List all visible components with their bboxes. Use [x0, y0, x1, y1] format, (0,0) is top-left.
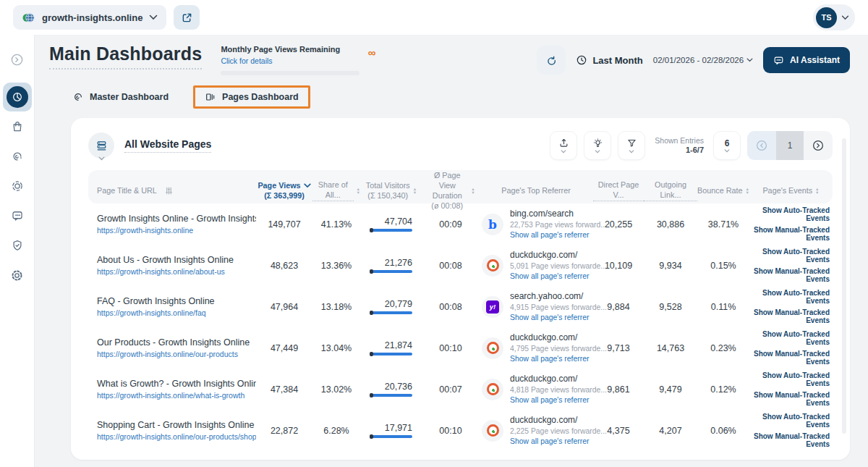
bounce-rate-value: 38.71% — [697, 219, 749, 230]
tab-pages-dashboard[interactable]: Pages Dashboard — [197, 87, 306, 107]
sidebar-item-behavior[interactable] — [3, 142, 32, 171]
bounce-rate-value: 0.15% — [697, 261, 749, 271]
sidebar-item-communication[interactable] — [3, 201, 32, 230]
show-all-referrers-link[interactable]: Show all page's referrer — [510, 395, 593, 405]
referrer-info: 2,225 Page views forwarde... — [510, 426, 593, 437]
sidebar-item-dashboards[interactable] — [3, 83, 32, 112]
page-views-value: 47,449 — [256, 343, 312, 353]
col-header-events[interactable]: Page's Events ▲▼ — [749, 185, 833, 195]
col-header-page-title[interactable]: Page Title & URL — [88, 185, 256, 195]
arrow-right-circle-icon — [812, 139, 825, 152]
referrer-domain: duckduckgo.com/ — [510, 249, 593, 261]
next-page-button[interactable] — [804, 131, 833, 160]
duration-value: 00:07 — [422, 384, 479, 395]
tab-master-dashboard[interactable]: Master Dashboard — [65, 87, 176, 107]
panel-header: All Website Pages — [88, 131, 833, 160]
col-header-outgoing[interactable]: Outgoing Link... — [644, 180, 697, 201]
show-auto-tracked-events-link[interactable]: Show Auto-Tracked Events — [749, 248, 830, 264]
filter-button[interactable] — [618, 131, 645, 160]
col-label: Outgoing Link... — [644, 180, 697, 201]
page-events-cell: Show Auto-Tracked Events Show Manual-Tra… — [749, 330, 833, 366]
clock-icon — [576, 54, 587, 66]
insights-button[interactable] — [584, 131, 611, 160]
outgoing-links-value: 14,763 — [644, 343, 697, 353]
chevron-down-icon — [149, 14, 158, 20]
sidebar-item-ecommerce[interactable] — [3, 112, 32, 141]
page-url-link[interactable]: https://growth-insights.online/our-produ… — [97, 349, 256, 360]
chevron-down-icon — [98, 151, 105, 164]
page-views-value: 48,623 — [256, 261, 312, 271]
page-views-value: 47,384 — [256, 384, 312, 395]
show-auto-tracked-events-link[interactable]: Show Auto-Tracked Events — [749, 289, 830, 305]
col-header-total-visitors[interactable]: Total Visitors (Σ 150,340) ▲▼ — [360, 180, 422, 201]
col-header-page-views[interactable]: Page Views (Σ 363,999) — [256, 180, 312, 201]
page-size-selector[interactable]: 6 — [713, 131, 741, 160]
visitors-bar — [370, 353, 412, 355]
date-range-selector[interactable]: 02/01/2026 - 02/28/2026 — [653, 56, 753, 64]
show-all-referrers-link[interactable]: Show all page's referrer — [510, 437, 593, 447]
show-auto-tracked-events-link[interactable]: Show Auto-Tracked Events — [749, 413, 830, 429]
chevron-down-icon — [841, 15, 849, 20]
show-manual-tracked-events-link[interactable]: Show Manual-Tracked Events — [749, 432, 830, 448]
panel-tools: Shown Entries 1-6/7 6 — [550, 131, 833, 160]
direct-views-value: 9,884 — [593, 302, 644, 312]
outgoing-links-value: 9,528 — [644, 302, 697, 312]
col-label: Total Visitors — [366, 180, 410, 190]
website-selector[interactable]: growth-insights.online — [13, 5, 166, 30]
vertical-scrollbar[interactable] — [842, 138, 846, 434]
bounce-rate-value: 0.06% — [697, 426, 749, 436]
quota-details-link[interactable]: Click for details — [221, 56, 272, 65]
pageviews-quota: Monthly Page Views Remaining Click for d… — [221, 43, 359, 75]
show-all-referrers-link[interactable]: Show all page's referrer — [510, 230, 593, 240]
col-header-duration[interactable]: Ø Page View Duration (ø 00:08) ▲▼ — [422, 170, 479, 211]
table-row: Our Products - Growth Insights Online ht… — [88, 327, 833, 369]
col-header-share[interactable]: Share of All... ▲▼ — [312, 180, 360, 201]
direct-views-value: 4,375 — [593, 426, 644, 436]
app-root: growth-insights.online TS — [0, 0, 868, 467]
col-header-bounce[interactable]: Bounce Rate ▲▼ — [697, 185, 749, 195]
refresh-button[interactable] — [537, 46, 566, 75]
sidebar-item-privacy[interactable] — [3, 231, 32, 260]
page-url-link[interactable]: https://growth-insights.online/what-is-g… — [97, 390, 256, 401]
show-manual-tracked-events-link[interactable]: Show Manual-Tracked Events — [749, 267, 830, 283]
page-url-link[interactable]: https://growth-insights.online/about-us — [97, 266, 256, 277]
duckduckgo-favicon — [482, 379, 503, 400]
sidebar-item-visitors[interactable] — [3, 172, 32, 201]
show-all-referrers-link[interactable]: Show all page's referrer — [510, 313, 593, 323]
panel-menu-button[interactable] — [88, 132, 114, 159]
duckduckgo-favicon — [482, 337, 503, 359]
share-value: 13.36% — [312, 261, 360, 271]
page-url-link[interactable]: https://growth-insights.online — [97, 225, 256, 236]
page-url-link[interactable]: https://growth-insights.online/faq — [97, 308, 256, 319]
show-manual-tracked-events-link[interactable]: Show Manual-Tracked Events — [749, 226, 830, 242]
chat-icon — [11, 209, 24, 222]
show-manual-tracked-events-link[interactable]: Show Manual-Tracked Events — [749, 391, 830, 407]
export-button[interactable] — [550, 131, 577, 160]
period-selector[interactable]: Last Month — [576, 54, 642, 66]
total-visitors-cell: 21,276 — [360, 258, 422, 273]
show-auto-tracked-events-link[interactable]: Show Auto-Tracked Events — [749, 371, 830, 387]
open-website-button[interactable] — [174, 5, 200, 30]
col-label: Page Views — [258, 180, 300, 190]
show-all-referrers-link[interactable]: Show all page's referrer — [510, 272, 593, 282]
show-manual-tracked-events-link[interactable]: Show Manual-Tracked Events — [749, 308, 830, 324]
user-menu[interactable]: TS — [813, 4, 855, 30]
show-all-referrers-link[interactable]: Show all page's referrer — [510, 354, 593, 364]
show-manual-tracked-events-link[interactable]: Show Manual-Tracked Events — [749, 350, 830, 366]
sidebar-item-settings[interactable] — [3, 261, 32, 290]
show-auto-tracked-events-link[interactable]: Show Auto-Tracked Events — [749, 330, 830, 346]
columns-icon — [205, 91, 216, 103]
show-auto-tracked-events-link[interactable]: Show Auto-Tracked Events — [749, 206, 830, 222]
date-range-value: 02/01/2026 - 02/28/2026 — [653, 56, 744, 64]
col-label: Bounce Rate — [697, 185, 742, 195]
total-visitors-cell: 20,779 — [360, 299, 422, 314]
col-header-direct[interactable]: Direct Page V... — [593, 180, 644, 201]
previous-page-button[interactable] — [747, 131, 776, 160]
sidebar — [0, 35, 35, 467]
ai-assistant-button[interactable]: AI Assistant — [763, 47, 850, 73]
page-url-link[interactable]: https://growth-insights.online/our-produ… — [97, 432, 256, 442]
column-settings-icon[interactable] — [164, 186, 174, 195]
sidebar-collapse-button[interactable] — [3, 45, 32, 74]
duckduckgo-favicon — [482, 255, 503, 277]
outgoing-links-value: 30,886 — [644, 219, 697, 230]
